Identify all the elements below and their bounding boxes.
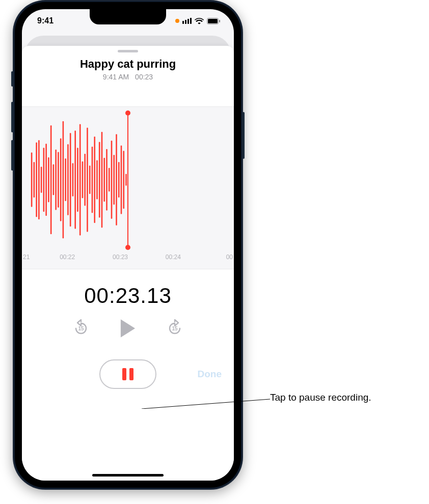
svg-rect-14: [58, 152, 59, 207]
svg-rect-18: [67, 144, 69, 215]
home-indicator[interactable]: [92, 474, 164, 477]
side-button: [243, 112, 245, 159]
svg-rect-12: [53, 164, 55, 195]
svg-rect-3: [31, 153, 33, 207]
svg-rect-36: [111, 141, 113, 218]
svg-rect-20: [72, 163, 74, 197]
svg-rect-37: [113, 155, 115, 205]
svg-rect-8: [43, 148, 45, 212]
volume-down-button: [11, 140, 13, 171]
recording-length: 00:23: [135, 73, 153, 81]
svg-rect-7: [41, 167, 42, 193]
svg-rect-23: [79, 124, 81, 236]
svg-text:15: 15: [172, 326, 178, 331]
done-button[interactable]: Done: [198, 369, 222, 380]
recording-sheet: Happy cat purring 9:41 AM 00:23 2100:220…: [22, 46, 234, 481]
svg-text:15: 15: [78, 326, 84, 331]
volume-up-button: [11, 102, 13, 132]
screen: 9:41 Happy cat purring: [22, 9, 234, 481]
cellular-icon: [182, 18, 192, 24]
svg-rect-22: [77, 148, 78, 212]
svg-rect-41: [123, 151, 124, 209]
svg-rect-29: [94, 136, 95, 223]
svg-rect-30: [96, 160, 98, 200]
skip-back-15-button[interactable]: 15: [72, 319, 90, 339]
svg-rect-19: [70, 133, 71, 227]
timeline-tick: 00:23: [113, 254, 128, 266]
recording-indicator-icon: [175, 19, 179, 23]
svg-rect-32: [101, 132, 103, 228]
timeline-tick: 00:24: [166, 254, 181, 266]
mute-switch: [11, 71, 13, 87]
playhead-indicator[interactable]: [127, 113, 128, 247]
svg-rect-38: [116, 134, 117, 226]
transport-controls: 15 15: [22, 318, 234, 340]
pause-recording-button[interactable]: [99, 359, 156, 389]
svg-rect-1: [208, 19, 218, 23]
svg-rect-40: [121, 146, 122, 214]
svg-rect-13: [55, 150, 57, 210]
pause-icon: [122, 368, 133, 380]
wifi-icon: [195, 18, 204, 24]
skip-forward-15-button[interactable]: 15: [166, 319, 184, 339]
svg-rect-4: [34, 162, 35, 198]
timeline-tick: 00: [226, 254, 233, 266]
svg-rect-28: [92, 147, 93, 213]
recording-subtitle: 9:41 AM 00:23: [22, 73, 234, 81]
device-frame: 9:41 Happy cat purring: [13, 0, 243, 490]
timeline-tick: 00:22: [60, 254, 75, 266]
svg-rect-2: [219, 20, 220, 22]
svg-rect-35: [109, 168, 110, 192]
elapsed-time: 00:23.13: [22, 284, 234, 308]
svg-rect-33: [103, 158, 105, 202]
svg-rect-25: [84, 154, 86, 206]
waveform-area[interactable]: 2100:2200:2300:2400: [22, 106, 234, 269]
svg-rect-17: [65, 158, 66, 201]
svg-rect-15: [60, 138, 62, 221]
svg-rect-42: [125, 174, 127, 185]
svg-rect-11: [50, 125, 52, 234]
sheet-grabber[interactable]: [118, 50, 138, 52]
svg-rect-24: [82, 161, 84, 198]
battery-icon: [207, 18, 221, 24]
svg-rect-39: [118, 162, 120, 198]
svg-rect-16: [63, 121, 64, 238]
notch: [90, 9, 166, 24]
svg-rect-31: [99, 142, 100, 218]
svg-rect-27: [89, 165, 91, 194]
callout-label: Tap to pause recording.: [270, 392, 371, 403]
svg-rect-6: [38, 140, 40, 219]
svg-rect-5: [36, 143, 37, 217]
svg-rect-26: [87, 128, 88, 232]
play-button[interactable]: [119, 318, 137, 340]
recording-title[interactable]: Happy cat purring: [22, 58, 234, 71]
timeline-ruler: 2100:2200:2300:2400: [22, 254, 234, 266]
status-time: 9:41: [37, 16, 53, 25]
svg-rect-9: [45, 144, 47, 216]
svg-rect-21: [74, 131, 76, 229]
svg-rect-34: [106, 149, 108, 211]
timeline-tick: 21: [23, 254, 30, 266]
svg-rect-10: [48, 157, 49, 202]
recording-time: 9:41 AM: [103, 73, 129, 81]
